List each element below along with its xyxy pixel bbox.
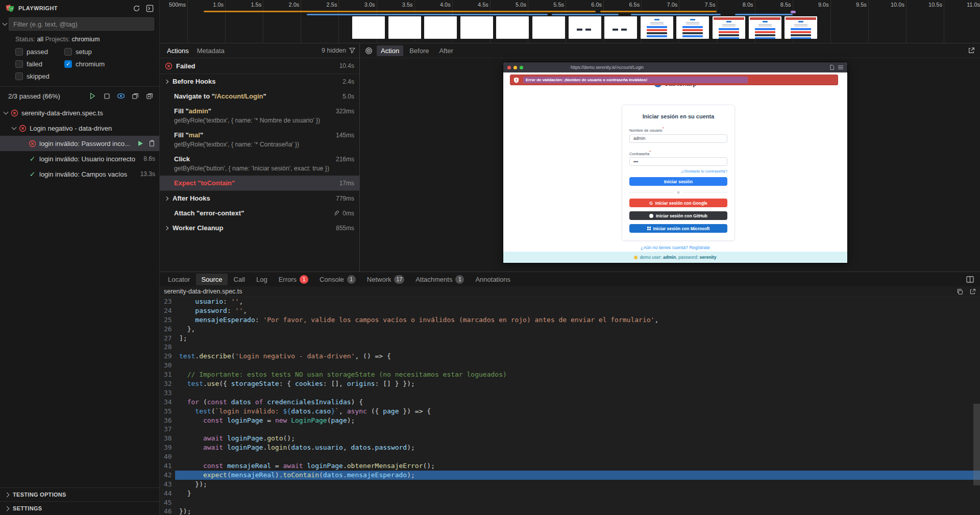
action-row[interactable]: Attach "error-context"0ms xyxy=(160,206,359,220)
tree-item[interactable]: login inválido: Password inco... xyxy=(0,136,159,151)
code-line[interactable]: 23 usuario: '', xyxy=(160,297,980,306)
action-row[interactable]: Worker Cleanup855ms xyxy=(160,220,359,235)
forgot-password-link[interactable]: ¿Olvidaste tu contraseña? xyxy=(629,169,727,174)
section-settings[interactable]: SETTINGS xyxy=(0,501,159,515)
tab-action[interactable]: Action xyxy=(377,45,403,56)
open-snapshot-external-icon[interactable] xyxy=(968,47,975,54)
tab-after[interactable]: After xyxy=(435,45,457,56)
show-trace-icon[interactable] xyxy=(148,140,155,147)
action-item[interactable]: Fill "admin"323msgetByRole('textbox', { … xyxy=(160,104,359,128)
password-field[interactable]: ••• xyxy=(629,157,727,166)
film-strip-thumbnail[interactable] xyxy=(496,16,529,39)
chevron-right-icon[interactable] xyxy=(164,196,168,200)
tab-source[interactable]: Source xyxy=(196,274,227,285)
google-sign-in-button[interactable]: G Iniciar sesión con Google xyxy=(629,199,727,207)
action-row[interactable]: Expect "toContain"17ms xyxy=(160,176,359,190)
film-strip-thumbnail[interactable] xyxy=(388,16,421,39)
action-item[interactable]: Navigate to "/Account/Login"5.0s xyxy=(160,89,359,104)
tree-item[interactable]: ✓login inválido: Campos vacíos13.3s xyxy=(0,166,159,182)
run-all-icon[interactable] xyxy=(88,91,97,101)
code-line[interactable]: 35 test(`login inválido: ${datos.caso}`,… xyxy=(160,407,980,416)
code-line[interactable]: 32 test.use({ storageState: { cookies: [… xyxy=(160,379,980,388)
code-line[interactable]: 26 }, xyxy=(160,325,980,334)
code-line[interactable]: 30 xyxy=(160,361,980,370)
film-strip-thumbnail[interactable] xyxy=(532,16,565,39)
film-strip-thumbnail[interactable] xyxy=(749,16,781,39)
tab-metadata[interactable]: Metadata xyxy=(197,47,225,55)
tab-console[interactable]: Console1 xyxy=(314,273,361,286)
code-line[interactable]: 44 } xyxy=(160,489,980,498)
trace-timeline[interactable]: 500ms1.0s1.5s2.0s2.5s3.0s3.5s4.0s4.5s5.0… xyxy=(160,0,980,43)
film-strip-thumbnail[interactable] xyxy=(713,16,745,39)
code-scrollbar-thumb[interactable] xyxy=(973,404,980,485)
chevron-down-icon[interactable] xyxy=(4,110,9,115)
tab-network[interactable]: Network17 xyxy=(362,273,409,286)
action-item[interactable]: Before Hooks2.4s xyxy=(160,74,359,89)
chevron-right-icon[interactable] xyxy=(164,79,168,83)
action-row[interactable]: Fill "admin"323ms xyxy=(160,104,359,118)
code-line[interactable]: 46}); xyxy=(160,507,980,515)
filter-checkbox-chromium[interactable]: ✓chromium xyxy=(64,60,154,68)
hidden-actions[interactable]: 9 hidden xyxy=(322,47,355,54)
username-field[interactable]: admin xyxy=(629,134,727,143)
code-line[interactable]: 37 xyxy=(160,425,980,434)
tab-call[interactable]: Call xyxy=(229,274,250,285)
open-source-external-icon[interactable] xyxy=(969,288,976,295)
github-sign-in-button[interactable]: Iniciar sesión con GitHub xyxy=(629,211,727,220)
stop-icon[interactable] xyxy=(102,91,111,101)
code-line[interactable]: 42 expect(mensajeReal).toContain(datos.m… xyxy=(160,471,980,480)
code-line[interactable]: 41 const mensajeReal = await loginPage.o… xyxy=(160,461,980,471)
code-line[interactable]: 38 await loginPage.goto(); xyxy=(160,434,980,443)
action-item[interactable]: Click216msgetByRole('button', { name: 'I… xyxy=(160,152,359,176)
filter-checkbox-failed[interactable]: failed xyxy=(15,60,64,68)
tab-attachments[interactable]: Attachments1 xyxy=(410,273,469,286)
code-line[interactable]: 36 const loginPage = new LoginPage(page)… xyxy=(160,416,980,425)
tab-annotations[interactable]: Annotations xyxy=(470,274,516,285)
sign-in-button[interactable]: Iniciar sesión xyxy=(629,177,727,186)
action-item[interactable]: Fill "mal"145msgetByRole('textbox', { na… xyxy=(160,128,359,152)
film-strip-thumbnail[interactable] xyxy=(641,16,673,39)
tab-locator[interactable]: Locator xyxy=(163,274,195,285)
tree-item[interactable]: ✓login inválido: Usuario incorrecto8.6s xyxy=(0,151,159,166)
copy-path-icon[interactable] xyxy=(957,288,963,295)
film-strip-thumbnail[interactable] xyxy=(352,16,385,39)
filter-checkbox-setup[interactable]: setup xyxy=(64,48,154,56)
action-row[interactable]: Fill "mal"145ms xyxy=(160,128,359,142)
chevron-right-icon[interactable] xyxy=(164,226,168,230)
test-filter-input[interactable] xyxy=(9,17,154,31)
code-line[interactable]: 40 xyxy=(160,452,980,461)
action-item[interactable]: After Hooks779ms xyxy=(160,190,359,206)
code-line[interactable]: 27]; xyxy=(160,334,980,343)
action-item[interactable]: Worker Cleanup855ms xyxy=(160,220,359,235)
film-strip-thumbnail[interactable] xyxy=(604,16,637,39)
action-row[interactable]: Navigate to "/Account/Login"5.0s xyxy=(160,89,359,104)
film-strip-thumbnail[interactable] xyxy=(424,16,457,39)
collapse-all-icon[interactable] xyxy=(131,91,140,101)
code-line[interactable]: 24 password: '', xyxy=(160,306,980,315)
open-test-panel-icon[interactable] xyxy=(145,4,154,13)
code-line[interactable]: 29test.describe('Login negativo - data-d… xyxy=(160,352,980,361)
code-line[interactable]: 25 mensajeEsperado: 'Por favor, valide l… xyxy=(160,315,980,325)
tab-log[interactable]: Log xyxy=(251,274,273,285)
split-panel-icon[interactable] xyxy=(966,276,974,283)
pick-locator-icon[interactable] xyxy=(365,47,373,55)
tab-errors[interactable]: Errors1 xyxy=(274,273,313,286)
code-line[interactable]: 45 xyxy=(160,498,980,507)
action-item[interactable]: Failed10.4s xyxy=(160,58,359,74)
filter-checkbox-skipped[interactable]: skipped xyxy=(15,72,64,80)
code-line[interactable]: 34 for (const datos of credencialesInval… xyxy=(160,398,980,407)
tree-item[interactable]: Login negativo - data-driven xyxy=(0,120,159,136)
refresh-tests-icon[interactable] xyxy=(132,4,141,13)
tree-item[interactable]: serenity-data-driven.spec.ts xyxy=(0,105,159,120)
action-row[interactable]: After Hooks779ms xyxy=(160,191,359,206)
tab-before[interactable]: Before xyxy=(405,45,433,56)
code-line[interactable]: 33 xyxy=(160,388,980,398)
film-strip-thumbnail[interactable] xyxy=(785,16,817,39)
source-code-view[interactable]: 23 usuario: '',24 password: '',25 mensaj… xyxy=(160,297,980,515)
collapse-section-icon[interactable] xyxy=(3,21,8,26)
action-row[interactable]: Failed10.4s xyxy=(160,58,359,74)
film-strip-thumbnail[interactable] xyxy=(676,16,709,39)
action-item[interactable]: Expect "toContain"17ms xyxy=(160,176,359,190)
film-strip-thumbnail[interactable] xyxy=(460,16,493,39)
filter-checkbox-passed[interactable]: passed xyxy=(15,48,64,56)
